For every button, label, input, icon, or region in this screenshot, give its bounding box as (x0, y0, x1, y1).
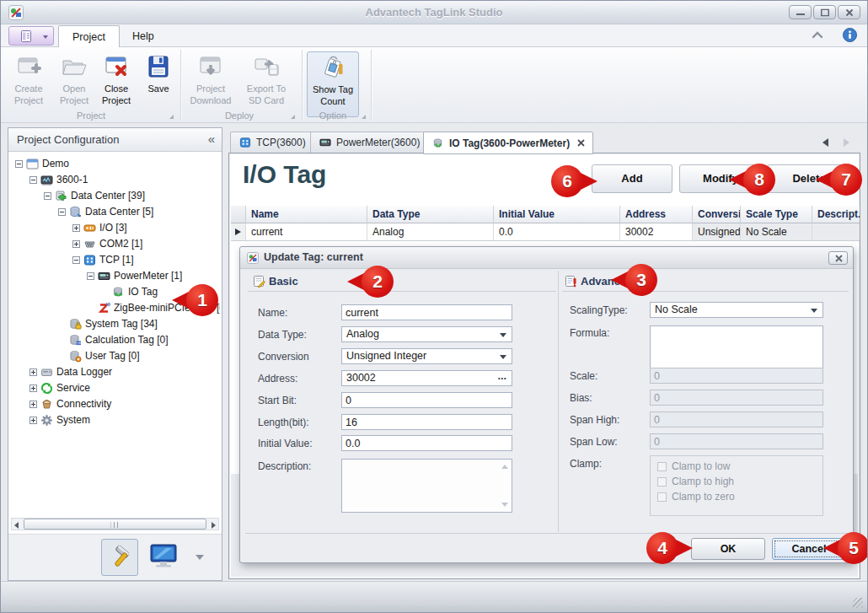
expand-expander-icon[interactable] (29, 368, 37, 376)
tree-item-system-tag[interactable]: System Tag [34] (8, 316, 220, 332)
ribbon-toolbar: Create Project Open Project Close Projec… (1, 47, 867, 123)
tree-item-user-tag[interactable]: User Tag [0] (8, 348, 220, 364)
close-project-button[interactable]: Close Project (95, 51, 137, 117)
expand-expander-icon[interactable] (29, 401, 37, 408)
collapse-expander-icon[interactable] (58, 208, 66, 216)
tab-scroll-left-icon[interactable] (822, 138, 828, 147)
description-textarea[interactable] (341, 459, 512, 513)
conversion-select[interactable]: Unsigned Integer (341, 348, 512, 364)
cell-initial-value[interactable]: 0.0 (494, 223, 620, 241)
collapse-expander-icon[interactable] (15, 160, 23, 168)
show-tag-count-button[interactable]: Show Tag Count (307, 51, 359, 117)
tree-item-3600-1[interactable]: 3600-1 (8, 172, 220, 188)
clamp-to-zero-option[interactable]: Clamp to zero (657, 491, 735, 503)
checkbox-icon[interactable] (657, 492, 667, 502)
address-browse-button[interactable]: ... (498, 369, 506, 384)
column-header-scale-type[interactable]: Scale Type (741, 206, 812, 223)
start-bit-input[interactable] (341, 392, 512, 408)
build-mode-button[interactable] (101, 539, 138, 576)
column-header-conversion[interactable]: Conversi... (693, 206, 741, 223)
column-header-initial-value[interactable]: Initial Value (494, 206, 620, 223)
name-input[interactable] (341, 304, 512, 320)
dropdown-arrow-icon (811, 309, 817, 313)
tab-close-icon[interactable] (577, 139, 585, 147)
scroll-right-arrow-icon[interactable] (212, 522, 216, 529)
expand-expander-icon[interactable] (72, 240, 80, 248)
data-type-select[interactable]: Analog (341, 326, 512, 342)
tree-item-connectivity[interactable]: Connectivity (8, 396, 220, 412)
checkbox-icon[interactable] (657, 462, 667, 471)
tree-item-io[interactable]: I/O [3] (8, 220, 220, 236)
tree-item-demo[interactable]: Demo (8, 156, 220, 172)
footer-dropdown-arrow-icon[interactable] (196, 555, 204, 560)
initial-value-input[interactable] (341, 435, 512, 451)
cell-conversion[interactable]: Unsigned ... (693, 223, 741, 241)
tree-item-com2[interactable]: COM2 [1] (8, 236, 220, 252)
collapse-ribbon-icon[interactable] (812, 31, 823, 39)
tab-tcp[interactable]: TCP(3600) (230, 132, 314, 153)
sidebar-collapse-button[interactable]: « (208, 128, 215, 150)
expand-expander-icon[interactable] (29, 417, 37, 424)
expand-expander-icon[interactable] (29, 384, 37, 392)
textarea-scroll-down-icon[interactable] (501, 503, 508, 507)
length-input[interactable] (341, 414, 512, 430)
scrollbar-thumb[interactable] (24, 519, 206, 530)
add-button[interactable]: Add (592, 164, 672, 193)
cell-name[interactable]: current (246, 223, 367, 241)
dialog-title-bar[interactable]: Update Tag: current (240, 247, 853, 269)
tree-item-calculation-tag[interactable]: Calculation Tag [0] (8, 332, 220, 348)
tab-scroll-right-icon[interactable] (844, 138, 849, 147)
tree-item-data-center-5[interactable]: Data Center [5] (8, 204, 220, 220)
column-header-address[interactable]: Address (620, 206, 693, 223)
tree-item-service[interactable]: Service (8, 380, 220, 396)
tree-horizontal-scrollbar[interactable] (11, 518, 219, 530)
tree-item-data-center-39[interactable]: Data Center [39] (8, 188, 220, 204)
tab-powermeter[interactable]: PowerMeter(3600) (310, 132, 428, 153)
address-input[interactable]: 30002... (341, 370, 512, 386)
tree-item-powermeter[interactable]: PowerMeter [1] (8, 268, 220, 284)
textarea-scroll-up-icon[interactable] (501, 465, 508, 469)
ribbon-tab-help[interactable]: Help (119, 25, 168, 47)
close-button[interactable] (838, 5, 860, 19)
group-launcher-project[interactable] (169, 115, 174, 119)
open-project-button[interactable]: Open Project (53, 51, 95, 117)
collapse-expander-icon[interactable] (44, 192, 51, 200)
cell-address[interactable]: 30002 (620, 223, 693, 241)
clamp-to-high-option[interactable]: Clamp to high (657, 476, 734, 487)
scroll-left-arrow-icon[interactable] (14, 522, 19, 529)
save-button[interactable]: Save (137, 51, 179, 117)
collapse-expander-icon[interactable] (72, 256, 80, 264)
cancel-button-label: Cancel (792, 543, 827, 555)
save-label: Save (147, 83, 169, 94)
cell-data-type[interactable]: Analog (367, 223, 494, 241)
cell-scale-type[interactable]: No Scale (741, 223, 812, 241)
cell-description[interactable] (812, 223, 860, 241)
collapse-expander-icon[interactable] (29, 176, 37, 184)
tree-item-data-logger[interactable]: Data Logger (8, 364, 220, 380)
column-header-data-type[interactable]: Data Type (367, 206, 494, 223)
collapse-expander-icon[interactable] (87, 272, 94, 280)
column-header-description[interactable]: Descript... (812, 206, 860, 223)
project-download-button[interactable]: Project Download (187, 51, 234, 117)
tree-item-system[interactable]: System (8, 412, 220, 428)
ok-button[interactable]: OK (691, 538, 765, 560)
clamp-to-low-option[interactable]: Clamp to low (657, 460, 730, 472)
application-menu-button[interactable] (8, 26, 54, 46)
group-launcher-option[interactable] (362, 115, 366, 119)
expand-expander-icon[interactable] (72, 224, 80, 232)
minimize-button[interactable] (789, 5, 812, 19)
info-icon[interactable] (843, 28, 857, 42)
create-project-button[interactable]: Create Project (8, 51, 50, 117)
monitor-mode-button[interactable] (145, 539, 182, 576)
ribbon-tab-project[interactable]: Project (58, 25, 120, 47)
dialog-close-button[interactable] (828, 251, 848, 265)
tab-io-tag[interactable]: IO Tag(3600-PowerMeter) (423, 132, 593, 154)
maximize-button[interactable] (813, 5, 836, 19)
group-launcher-deploy[interactable] (291, 115, 295, 119)
resize-grip[interactable] (853, 598, 863, 608)
scaling-type-select[interactable]: No Scale (650, 302, 823, 318)
checkbox-icon[interactable] (657, 477, 667, 487)
tree-item-tcp[interactable]: TCP [1] (8, 252, 220, 268)
export-sd-card-button[interactable]: Export To SD Card (240, 51, 292, 117)
column-header-name[interactable]: Name (246, 206, 367, 223)
